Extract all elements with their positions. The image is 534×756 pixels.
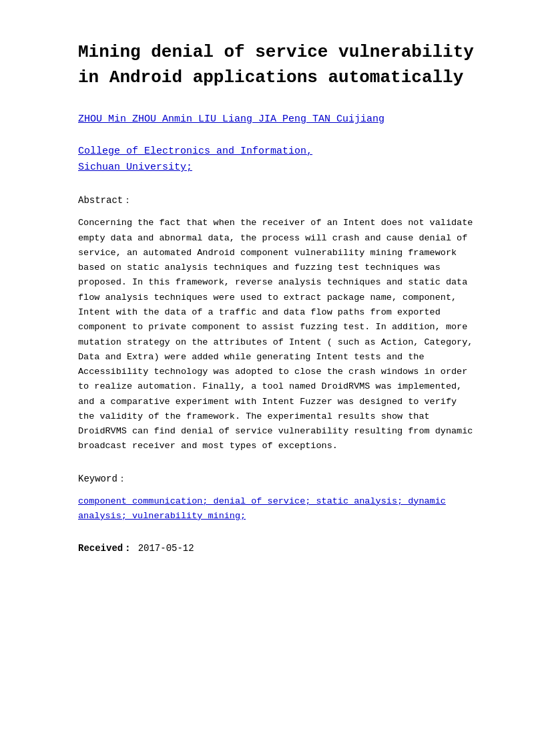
keywords-section: component communication; denial of servi… bbox=[78, 494, 474, 524]
authors-section: ZHOU Min ZHOU Anmin LIU Liang JIA Peng T… bbox=[78, 112, 474, 128]
received-line: Received： 2017-05-12 bbox=[78, 542, 474, 554]
paper-title: Mining denial of service vulnerability i… bbox=[78, 40, 474, 90]
affiliation-line1: College of Electronics and Information, bbox=[78, 146, 312, 157]
affiliation-section: College of Electronics and Information, … bbox=[78, 144, 474, 176]
abstract-label: Abstract： bbox=[78, 194, 474, 206]
keywords-link[interactable]: component communication; denial of servi… bbox=[78, 496, 446, 521]
keyword-label: Keyword： bbox=[78, 473, 474, 485]
abstract-text: Concerning the fact that when the receiv… bbox=[78, 216, 474, 453]
received-date: 2017-05-12 bbox=[138, 543, 194, 554]
received-label: Received： bbox=[78, 543, 132, 554]
authors-link[interactable]: ZHOU Min ZHOU Anmin LIU Liang JIA Peng T… bbox=[78, 114, 384, 125]
affiliation-link[interactable]: College of Electronics and Information, … bbox=[78, 146, 312, 173]
affiliation-line2: Sichuan University; bbox=[78, 162, 192, 173]
